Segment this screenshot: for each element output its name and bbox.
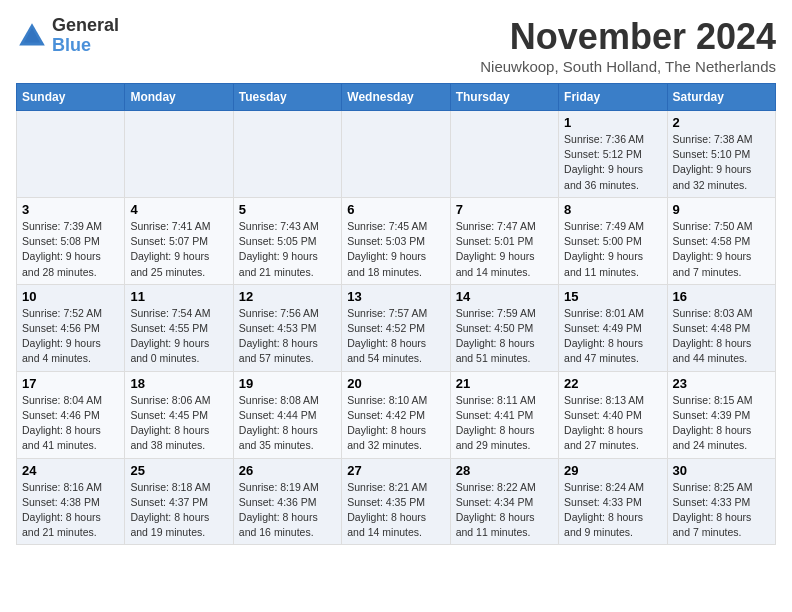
day-number: 15 bbox=[564, 289, 661, 304]
weekday-thursday: Thursday bbox=[450, 84, 558, 111]
day-info: Sunrise: 7:43 AM Sunset: 5:05 PM Dayligh… bbox=[239, 219, 336, 280]
calendar-cell: 29Sunrise: 8:24 AM Sunset: 4:33 PM Dayli… bbox=[559, 458, 667, 545]
calendar-cell: 18Sunrise: 8:06 AM Sunset: 4:45 PM Dayli… bbox=[125, 371, 233, 458]
calendar-cell: 14Sunrise: 7:59 AM Sunset: 4:50 PM Dayli… bbox=[450, 284, 558, 371]
day-number: 12 bbox=[239, 289, 336, 304]
calendar-cell bbox=[233, 111, 341, 198]
day-number: 9 bbox=[673, 202, 770, 217]
day-number: 7 bbox=[456, 202, 553, 217]
day-info: Sunrise: 8:25 AM Sunset: 4:33 PM Dayligh… bbox=[673, 480, 770, 541]
day-info: Sunrise: 8:03 AM Sunset: 4:48 PM Dayligh… bbox=[673, 306, 770, 367]
day-info: Sunrise: 8:04 AM Sunset: 4:46 PM Dayligh… bbox=[22, 393, 119, 454]
day-info: Sunrise: 7:56 AM Sunset: 4:53 PM Dayligh… bbox=[239, 306, 336, 367]
calendar-cell: 4Sunrise: 7:41 AM Sunset: 5:07 PM Daylig… bbox=[125, 197, 233, 284]
calendar-cell: 17Sunrise: 8:04 AM Sunset: 4:46 PM Dayli… bbox=[17, 371, 125, 458]
calendar-cell: 15Sunrise: 8:01 AM Sunset: 4:49 PM Dayli… bbox=[559, 284, 667, 371]
day-info: Sunrise: 7:45 AM Sunset: 5:03 PM Dayligh… bbox=[347, 219, 444, 280]
calendar-cell: 20Sunrise: 8:10 AM Sunset: 4:42 PM Dayli… bbox=[342, 371, 450, 458]
calendar-week-4: 17Sunrise: 8:04 AM Sunset: 4:46 PM Dayli… bbox=[17, 371, 776, 458]
day-info: Sunrise: 8:06 AM Sunset: 4:45 PM Dayligh… bbox=[130, 393, 227, 454]
calendar-cell bbox=[342, 111, 450, 198]
day-info: Sunrise: 8:19 AM Sunset: 4:36 PM Dayligh… bbox=[239, 480, 336, 541]
calendar-cell bbox=[125, 111, 233, 198]
day-info: Sunrise: 8:16 AM Sunset: 4:38 PM Dayligh… bbox=[22, 480, 119, 541]
day-info: Sunrise: 8:01 AM Sunset: 4:49 PM Dayligh… bbox=[564, 306, 661, 367]
logo: General Blue bbox=[16, 16, 119, 56]
day-number: 3 bbox=[22, 202, 119, 217]
weekday-friday: Friday bbox=[559, 84, 667, 111]
calendar-cell: 11Sunrise: 7:54 AM Sunset: 4:55 PM Dayli… bbox=[125, 284, 233, 371]
day-number: 30 bbox=[673, 463, 770, 478]
day-number: 5 bbox=[239, 202, 336, 217]
day-info: Sunrise: 7:38 AM Sunset: 5:10 PM Dayligh… bbox=[673, 132, 770, 193]
calendar-week-1: 1Sunrise: 7:36 AM Sunset: 5:12 PM Daylig… bbox=[17, 111, 776, 198]
day-info: Sunrise: 8:13 AM Sunset: 4:40 PM Dayligh… bbox=[564, 393, 661, 454]
day-info: Sunrise: 8:08 AM Sunset: 4:44 PM Dayligh… bbox=[239, 393, 336, 454]
day-number: 16 bbox=[673, 289, 770, 304]
calendar-cell: 16Sunrise: 8:03 AM Sunset: 4:48 PM Dayli… bbox=[667, 284, 775, 371]
day-number: 18 bbox=[130, 376, 227, 391]
day-info: Sunrise: 8:22 AM Sunset: 4:34 PM Dayligh… bbox=[456, 480, 553, 541]
day-number: 21 bbox=[456, 376, 553, 391]
calendar-cell: 22Sunrise: 8:13 AM Sunset: 4:40 PM Dayli… bbox=[559, 371, 667, 458]
day-number: 10 bbox=[22, 289, 119, 304]
weekday-tuesday: Tuesday bbox=[233, 84, 341, 111]
day-info: Sunrise: 7:54 AM Sunset: 4:55 PM Dayligh… bbox=[130, 306, 227, 367]
day-number: 13 bbox=[347, 289, 444, 304]
calendar-week-3: 10Sunrise: 7:52 AM Sunset: 4:56 PM Dayli… bbox=[17, 284, 776, 371]
weekday-sunday: Sunday bbox=[17, 84, 125, 111]
day-number: 19 bbox=[239, 376, 336, 391]
calendar-cell: 19Sunrise: 8:08 AM Sunset: 4:44 PM Dayli… bbox=[233, 371, 341, 458]
calendar-cell: 3Sunrise: 7:39 AM Sunset: 5:08 PM Daylig… bbox=[17, 197, 125, 284]
day-number: 27 bbox=[347, 463, 444, 478]
day-number: 17 bbox=[22, 376, 119, 391]
day-number: 26 bbox=[239, 463, 336, 478]
weekday-header-row: SundayMondayTuesdayWednesdayThursdayFrid… bbox=[17, 84, 776, 111]
day-number: 14 bbox=[456, 289, 553, 304]
day-number: 25 bbox=[130, 463, 227, 478]
day-info: Sunrise: 8:21 AM Sunset: 4:35 PM Dayligh… bbox=[347, 480, 444, 541]
day-number: 20 bbox=[347, 376, 444, 391]
calendar-cell: 5Sunrise: 7:43 AM Sunset: 5:05 PM Daylig… bbox=[233, 197, 341, 284]
day-number: 28 bbox=[456, 463, 553, 478]
day-number: 8 bbox=[564, 202, 661, 217]
calendar-cell: 7Sunrise: 7:47 AM Sunset: 5:01 PM Daylig… bbox=[450, 197, 558, 284]
calendar-cell: 6Sunrise: 7:45 AM Sunset: 5:03 PM Daylig… bbox=[342, 197, 450, 284]
calendar-week-2: 3Sunrise: 7:39 AM Sunset: 5:08 PM Daylig… bbox=[17, 197, 776, 284]
day-info: Sunrise: 7:41 AM Sunset: 5:07 PM Dayligh… bbox=[130, 219, 227, 280]
day-number: 23 bbox=[673, 376, 770, 391]
day-number: 1 bbox=[564, 115, 661, 130]
calendar-cell: 23Sunrise: 8:15 AM Sunset: 4:39 PM Dayli… bbox=[667, 371, 775, 458]
weekday-monday: Monday bbox=[125, 84, 233, 111]
day-number: 29 bbox=[564, 463, 661, 478]
calendar-cell: 1Sunrise: 7:36 AM Sunset: 5:12 PM Daylig… bbox=[559, 111, 667, 198]
day-info: Sunrise: 8:10 AM Sunset: 4:42 PM Dayligh… bbox=[347, 393, 444, 454]
calendar-cell bbox=[17, 111, 125, 198]
calendar-cell: 12Sunrise: 7:56 AM Sunset: 4:53 PM Dayli… bbox=[233, 284, 341, 371]
day-info: Sunrise: 7:47 AM Sunset: 5:01 PM Dayligh… bbox=[456, 219, 553, 280]
calendar-cell: 2Sunrise: 7:38 AM Sunset: 5:10 PM Daylig… bbox=[667, 111, 775, 198]
page-header: General Blue November 2024 Nieuwkoop, So… bbox=[16, 16, 776, 75]
day-info: Sunrise: 7:36 AM Sunset: 5:12 PM Dayligh… bbox=[564, 132, 661, 193]
subtitle: Nieuwkoop, South Holland, The Netherland… bbox=[480, 58, 776, 75]
calendar-cell: 10Sunrise: 7:52 AM Sunset: 4:56 PM Dayli… bbox=[17, 284, 125, 371]
title-block: November 2024 Nieuwkoop, South Holland, … bbox=[480, 16, 776, 75]
calendar-cell: 25Sunrise: 8:18 AM Sunset: 4:37 PM Dayli… bbox=[125, 458, 233, 545]
logo-icon bbox=[16, 20, 48, 52]
calendar-cell: 9Sunrise: 7:50 AM Sunset: 4:58 PM Daylig… bbox=[667, 197, 775, 284]
day-info: Sunrise: 7:52 AM Sunset: 4:56 PM Dayligh… bbox=[22, 306, 119, 367]
day-number: 4 bbox=[130, 202, 227, 217]
calendar-cell: 27Sunrise: 8:21 AM Sunset: 4:35 PM Dayli… bbox=[342, 458, 450, 545]
day-number: 22 bbox=[564, 376, 661, 391]
calendar-cell bbox=[450, 111, 558, 198]
day-number: 6 bbox=[347, 202, 444, 217]
day-info: Sunrise: 7:50 AM Sunset: 4:58 PM Dayligh… bbox=[673, 219, 770, 280]
calendar-cell: 13Sunrise: 7:57 AM Sunset: 4:52 PM Dayli… bbox=[342, 284, 450, 371]
day-info: Sunrise: 7:39 AM Sunset: 5:08 PM Dayligh… bbox=[22, 219, 119, 280]
day-info: Sunrise: 8:18 AM Sunset: 4:37 PM Dayligh… bbox=[130, 480, 227, 541]
day-info: Sunrise: 7:59 AM Sunset: 4:50 PM Dayligh… bbox=[456, 306, 553, 367]
calendar-week-5: 24Sunrise: 8:16 AM Sunset: 4:38 PM Dayli… bbox=[17, 458, 776, 545]
day-number: 11 bbox=[130, 289, 227, 304]
calendar-cell: 30Sunrise: 8:25 AM Sunset: 4:33 PM Dayli… bbox=[667, 458, 775, 545]
calendar-cell: 28Sunrise: 8:22 AM Sunset: 4:34 PM Dayli… bbox=[450, 458, 558, 545]
